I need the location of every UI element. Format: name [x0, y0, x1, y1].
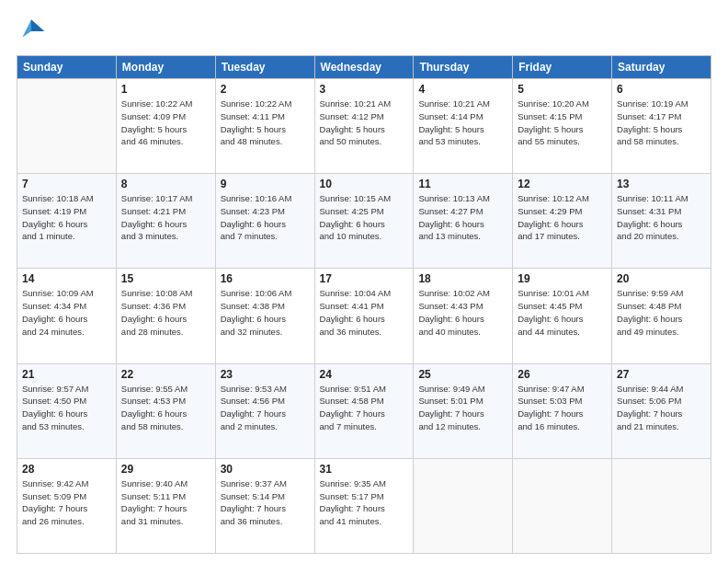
day-number: 25: [418, 368, 507, 381]
day-info: Sunrise: 10:22 AM Sunset: 4:09 PM Daylig…: [121, 98, 210, 148]
day-number: 15: [121, 272, 210, 285]
day-info: Sunrise: 10:20 AM Sunset: 4:15 PM Daylig…: [518, 98, 607, 148]
day-info: Sunrise: 10:15 AM Sunset: 4:25 PM Daylig…: [320, 192, 409, 243]
logo: [17, 17, 50, 46]
day-info: Sunrise: 9:49 AM Sunset: 5:01 PM Dayligh…: [418, 383, 507, 433]
calendar-cell: 28Sunrise: 9:42 AM Sunset: 5:09 PM Dayli…: [17, 458, 117, 553]
calendar-body: 1Sunrise: 10:22 AM Sunset: 4:09 PM Dayli…: [17, 79, 711, 554]
day-number: 5: [518, 83, 607, 96]
day-number: 9: [221, 178, 310, 190]
calendar-cell: 17Sunrise: 10:04 AM Sunset: 4:41 PM Dayl…: [314, 269, 414, 363]
day-number: 18: [418, 272, 507, 285]
svg-marker-1: [22, 19, 31, 37]
day-number: 22: [121, 368, 210, 381]
day-info: Sunrise: 10:16 AM Sunset: 4:23 PM Daylig…: [221, 192, 310, 243]
weekday-row: SundayMondayTuesdayWednesdayThursdayFrid…: [17, 56, 711, 79]
calendar-cell: 12Sunrise: 10:12 AM Sunset: 4:29 PM Dayl…: [513, 174, 612, 269]
day-info: Sunrise: 9:35 AM Sunset: 5:17 PM Dayligh…: [320, 477, 409, 528]
calendar-cell: 19Sunrise: 10:01 AM Sunset: 4:45 PM Dayl…: [513, 269, 612, 363]
day-info: Sunrise: 10:04 AM Sunset: 4:41 PM Daylig…: [320, 287, 409, 338]
calendar-week-row: 14Sunrise: 10:09 AM Sunset: 4:34 PM Dayl…: [17, 269, 711, 363]
day-number: 30: [221, 463, 310, 476]
day-info: Sunrise: 9:40 AM Sunset: 5:11 PM Dayligh…: [121, 477, 210, 528]
calendar-cell: [513, 458, 612, 553]
day-info: Sunrise: 10:06 AM Sunset: 4:38 PM Daylig…: [221, 287, 310, 338]
day-info: Sunrise: 10:21 AM Sunset: 4:14 PM Daylig…: [418, 98, 507, 148]
day-number: 26: [518, 368, 607, 381]
calendar-cell: 10Sunrise: 10:15 AM Sunset: 4:25 PM Dayl…: [314, 174, 414, 269]
day-info: Sunrise: 10:21 AM Sunset: 4:12 PM Daylig…: [320, 98, 409, 148]
day-number: 28: [22, 463, 111, 476]
day-number: 13: [617, 178, 706, 190]
day-number: 27: [617, 368, 706, 381]
day-info: Sunrise: 9:44 AM Sunset: 5:06 PM Dayligh…: [617, 383, 706, 433]
day-number: 2: [221, 83, 310, 96]
calendar-cell: 21Sunrise: 9:57 AM Sunset: 4:50 PM Dayli…: [17, 363, 117, 458]
calendar-cell: 31Sunrise: 9:35 AM Sunset: 5:17 PM Dayli…: [314, 458, 414, 553]
day-info: Sunrise: 9:59 AM Sunset: 4:48 PM Dayligh…: [617, 287, 706, 338]
calendar-cell: 14Sunrise: 10:09 AM Sunset: 4:34 PM Dayl…: [17, 269, 117, 363]
calendar-cell: 27Sunrise: 9:44 AM Sunset: 5:06 PM Dayli…: [612, 363, 711, 458]
day-number: 31: [320, 463, 409, 476]
calendar-cell: [414, 458, 513, 553]
day-info: Sunrise: 10:19 AM Sunset: 4:17 PM Daylig…: [617, 98, 706, 148]
day-info: Sunrise: 10:01 AM Sunset: 4:45 PM Daylig…: [518, 287, 607, 338]
calendar-cell: 15Sunrise: 10:08 AM Sunset: 4:36 PM Dayl…: [116, 269, 215, 363]
day-info: Sunrise: 10:22 AM Sunset: 4:11 PM Daylig…: [221, 98, 310, 148]
calendar-cell: 29Sunrise: 9:40 AM Sunset: 5:11 PM Dayli…: [116, 458, 215, 553]
day-number: 17: [320, 272, 409, 285]
calendar-cell: 13Sunrise: 10:11 AM Sunset: 4:31 PM Dayl…: [612, 174, 711, 269]
day-number: 4: [418, 83, 507, 96]
calendar-cell: 25Sunrise: 9:49 AM Sunset: 5:01 PM Dayli…: [414, 363, 513, 458]
calendar-cell: 22Sunrise: 9:55 AM Sunset: 4:53 PM Dayli…: [116, 363, 215, 458]
calendar-cell: [17, 79, 117, 174]
calendar-cell: 23Sunrise: 9:53 AM Sunset: 4:56 PM Dayli…: [215, 363, 314, 458]
day-number: 24: [320, 368, 409, 381]
calendar-cell: 4Sunrise: 10:21 AM Sunset: 4:14 PM Dayli…: [414, 79, 513, 174]
day-number: 23: [221, 368, 310, 381]
day-number: 11: [418, 178, 507, 190]
day-number: 12: [518, 178, 607, 190]
calendar-table: SundayMondayTuesdayWednesdayThursdayFrid…: [17, 55, 711, 554]
page: SundayMondayTuesdayWednesdayThursdayFrid…: [0, 0, 728, 563]
day-info: Sunrise: 10:12 AM Sunset: 4:29 PM Daylig…: [518, 192, 607, 243]
calendar-cell: 11Sunrise: 10:13 AM Sunset: 4:27 PM Dayl…: [414, 174, 513, 269]
day-info: Sunrise: 9:53 AM Sunset: 4:56 PM Dayligh…: [221, 383, 310, 433]
day-info: Sunrise: 9:47 AM Sunset: 5:03 PM Dayligh…: [518, 383, 607, 433]
calendar-week-row: 21Sunrise: 9:57 AM Sunset: 4:50 PM Dayli…: [17, 363, 711, 458]
weekday-header: Monday: [116, 56, 215, 79]
day-info: Sunrise: 10:11 AM Sunset: 4:31 PM Daylig…: [617, 192, 706, 243]
weekday-header: Thursday: [414, 56, 513, 79]
weekday-header: Friday: [513, 56, 612, 79]
calendar-cell: 16Sunrise: 10:06 AM Sunset: 4:38 PM Dayl…: [215, 269, 314, 363]
day-info: Sunrise: 9:37 AM Sunset: 5:14 PM Dayligh…: [221, 477, 310, 528]
calendar-cell: 5Sunrise: 10:20 AM Sunset: 4:15 PM Dayli…: [513, 79, 612, 174]
day-number: 20: [617, 272, 706, 285]
calendar-cell: 1Sunrise: 10:22 AM Sunset: 4:09 PM Dayli…: [116, 79, 215, 174]
calendar-cell: 2Sunrise: 10:22 AM Sunset: 4:11 PM Dayli…: [215, 79, 314, 174]
calendar-cell: 18Sunrise: 10:02 AM Sunset: 4:43 PM Dayl…: [414, 269, 513, 363]
day-number: 10: [320, 178, 409, 190]
day-number: 19: [518, 272, 607, 285]
day-info: Sunrise: 10:18 AM Sunset: 4:19 PM Daylig…: [22, 192, 111, 243]
header: [17, 17, 711, 46]
weekday-header: Tuesday: [215, 56, 314, 79]
calendar-cell: 8Sunrise: 10:17 AM Sunset: 4:21 PM Dayli…: [116, 174, 215, 269]
day-info: Sunrise: 10:08 AM Sunset: 4:36 PM Daylig…: [121, 287, 210, 338]
svg-marker-0: [31, 19, 44, 31]
day-number: 16: [221, 272, 310, 285]
calendar-cell: 9Sunrise: 10:16 AM Sunset: 4:23 PM Dayli…: [215, 174, 314, 269]
day-number: 7: [22, 178, 111, 190]
calendar-cell: 3Sunrise: 10:21 AM Sunset: 4:12 PM Dayli…: [314, 79, 414, 174]
day-info: Sunrise: 9:51 AM Sunset: 4:58 PM Dayligh…: [320, 383, 409, 433]
calendar-cell: 26Sunrise: 9:47 AM Sunset: 5:03 PM Dayli…: [513, 363, 612, 458]
calendar-header: SundayMondayTuesdayWednesdayThursdayFrid…: [17, 56, 711, 79]
day-info: Sunrise: 9:57 AM Sunset: 4:50 PM Dayligh…: [22, 383, 111, 433]
day-number: 6: [617, 83, 706, 96]
calendar-week-row: 1Sunrise: 10:22 AM Sunset: 4:09 PM Dayli…: [17, 79, 711, 174]
day-info: Sunrise: 10:13 AM Sunset: 4:27 PM Daylig…: [418, 192, 507, 243]
calendar-cell: 20Sunrise: 9:59 AM Sunset: 4:48 PM Dayli…: [612, 269, 711, 363]
weekday-header: Saturday: [612, 56, 711, 79]
day-info: Sunrise: 9:55 AM Sunset: 4:53 PM Dayligh…: [121, 383, 210, 433]
logo-icon: [17, 17, 46, 46]
